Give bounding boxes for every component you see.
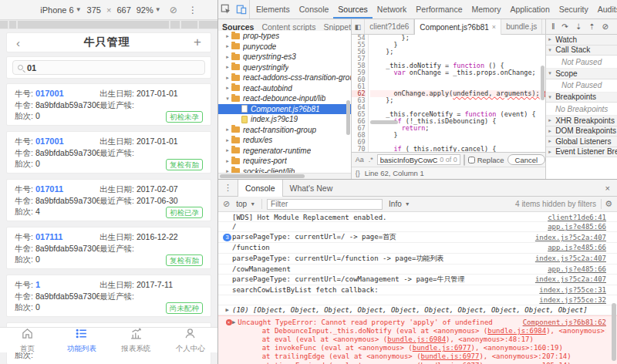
source-link[interactable]: index.js?5c2a:407 [529,254,606,262]
collapse-navigator-icon[interactable]: ◧ [352,19,366,34]
cow-card[interactable]: 牛号:017001出生日期:2017-01-01 牛舍:8a9bfdab59a7… [6,131,211,174]
tree-item-react-autobind[interactable]: ▸ react-autobind [218,83,351,94]
tree-item-prop-types[interactable]: ▸ prop-types [218,31,351,42]
source-link[interactable]: bundle.js:6977 [421,362,480,364]
scrollbar[interactable] [541,66,545,100]
navigator-tab-snippets[interactable]: Snippets [319,22,351,32]
toggle-device-toolbar-icon[interactable] [236,4,247,15]
gear-icon[interactable]: ⚙ [601,199,612,209]
regex-toggle[interactable]: .* [368,156,374,163]
tabbar-item-chart[interactable]: 报表系统 [109,328,164,352]
expand-arrow-icon[interactable]: ▶ [232,319,235,325]
close-tab-icon[interactable]: × [492,23,496,31]
devtools-tab-security[interactable]: Security [555,0,593,19]
match-case-toggle[interactable]: Aa [355,156,365,163]
code-area[interactable]: 5455565758596061626364656667686970 }; } … [352,35,546,152]
scrollbar[interactable] [218,173,351,179]
tree-item-punycode[interactable]: ▸ punycode [218,42,351,52]
search-input[interactable]: 01 [12,60,205,75]
tabbar-item-list[interactable]: 功能列表 [55,328,110,352]
sidebar-section-event-listener-breakpoints[interactable]: ▸Event Listener Breakpoints [546,147,617,158]
pretty-print-icon[interactable]: {} [356,170,360,177]
tree-item-react-addons-css-transition-group[interactable]: ▸ react-addons-css-transition-group [218,72,351,83]
tree-item-sockjs-client-lib[interactable]: ▸ sockjs-client/lib [218,167,351,174]
tree-item-component-js-6b81[interactable]: Component.js?6b81 [218,104,351,115]
device-select[interactable]: iPhone 6▼ [40,5,81,15]
navigator-tab-content-scripts[interactable]: Content scripts [258,22,319,32]
source-link[interactable]: index.js?55ce:31 [533,286,606,294]
tree-item-requires-port[interactable]: ▸ requires-port [218,156,351,167]
sidebar-section-watch[interactable]: ▸Watch [546,35,617,46]
console-tab-what-s-new[interactable]: What's New [283,180,340,196]
add-icon[interactable]: + [194,35,201,50]
sidebar-section-call-stack[interactable]: ▾Call Stack [546,46,617,56]
cow-card[interactable]: 牛号:017001出生日期:2017-01-01 牛舍:8a9bfdab59a7… [6,83,211,126]
tree-item-querystringify[interactable]: ▸ querystringify [218,62,351,73]
devtools-tab-sources[interactable]: Sources [333,0,373,19]
context-selector[interactable]: top▼ [234,200,257,208]
tree-item-redux-es[interactable]: ▸ redux/es [218,135,351,146]
kebab-menu-icon[interactable]: ⋮ [218,180,238,196]
source-link[interactable]: bundle.js:6977 [421,352,480,360]
source-link[interactable]: index.js?55ce:32 [533,296,606,304]
tree-item-regenerator-runtime[interactable]: ▸ regenerator-runtime [218,146,351,157]
viewport-height[interactable]: 667 [116,5,130,15]
search-prev-icon[interactable]: ∧ [464,155,465,165]
source-link[interactable]: app.js?e485:66 [541,223,606,231]
source-link[interactable]: index.js?5c2a:407 [529,275,606,283]
tree-item-react-debounce-input-lib[interactable]: ▾ react-debounce-input/lib [218,93,351,104]
close-drawer-icon[interactable]: × [598,180,617,196]
source-link[interactable]: app.js?e485:66 [541,265,606,273]
zoom-select[interactable]: 92%▼ [137,5,161,15]
tabbar-item-home[interactable]: 首页 [0,328,55,352]
log-level-selector[interactable]: Info▼ [387,200,412,208]
viewport-width[interactable]: 375 [87,5,101,15]
editor-tab-bundle-js[interactable]: bundle.js [501,19,542,34]
sidebar-section-scope[interactable]: ▾Scope [546,69,617,79]
devtools-tab-application[interactable]: Application [505,0,554,19]
pause-icon[interactable]: ‖ [551,22,555,31]
step-into-icon[interactable]: ⇣ [575,22,582,31]
cancel-button[interactable]: Cancel [507,154,546,165]
replace-checkbox[interactable] [468,157,475,163]
source-link[interactable]: client?1de6:41 [541,214,606,221]
media-query-bar[interactable] [0,20,217,29]
devtools-tab-elements[interactable]: Elements [251,0,295,19]
editor-tab-component-js-6b81[interactable]: Component.js?6b81× [414,19,501,35]
step-out-icon[interactable]: ⇡ [588,22,595,31]
step-over-icon[interactable]: ↷ [561,22,568,31]
cow-card[interactable]: 牛号:017111出生日期:2016-12-22 牛舍:8a9bfdab59a7… [6,227,211,269]
devtools-tab-network[interactable]: Network [373,0,412,19]
console-tab-console[interactable]: Console [238,180,283,197]
sidebar-section-breakpoints[interactable]: ▾Breakpoints [546,93,617,103]
scrollbar[interactable] [346,100,350,135]
source-link[interactable]: index.js?5c2a:407 [529,234,606,241]
scrollbar[interactable] [370,120,398,124]
sidebar-section-global-listeners[interactable]: ▸Global Listeners [546,136,617,147]
more-tabs-icon[interactable]: » [542,19,545,34]
cow-card[interactable]: 牛号:1出生日期:2017-7-11 牛舍:8a9bfdab59a7306...… [6,275,211,317]
console-filter-input[interactable] [267,199,383,210]
navigator-tab-sources[interactable]: Sources [218,22,258,32]
source-link[interactable]: bundle.js:6984 [387,335,446,343]
cow-card[interactable]: 牛号:017011出生日期:2017-02-07 牛舍:8a9bfdab59a7… [6,179,211,221]
back-chevron-icon[interactable]: ‹ [16,36,20,49]
editor-tab-client-1de6[interactable]: client?1de6 [365,19,414,34]
devtools-tab-audits[interactable]: Audits [593,0,617,19]
inspect-icon[interactable] [221,4,231,15]
source-link[interactable]: app.js?e485:66 [541,244,606,251]
editor-search-input[interactable] [380,156,437,164]
source-link[interactable]: Component.js?6b81:62 [517,318,606,326]
devtools-tab-console[interactable]: Console [295,0,334,19]
scrollbar[interactable] [612,303,616,361]
devtools-tab-memory[interactable]: Memory [467,0,505,19]
clear-console-icon[interactable]: ⊘ [223,199,230,209]
tree-item-index-js-9c19[interactable]: index.js?9c19 [218,114,351,125]
deactivate-breakpoints-icon[interactable]: ⊘ [602,22,609,31]
rotate-icon[interactable]: ⊘ [170,5,177,15]
devtools-tab-performance[interactable]: Performance [411,0,467,19]
sidebar-section-dom-breakpoints[interactable]: ▸DOM Breakpoints [546,126,617,137]
source-link[interactable]: bundle.js:6977 [413,344,471,352]
tabbar-item-person[interactable]: 个人中心 [164,328,218,352]
line-number[interactable]: 70 [352,146,366,152]
